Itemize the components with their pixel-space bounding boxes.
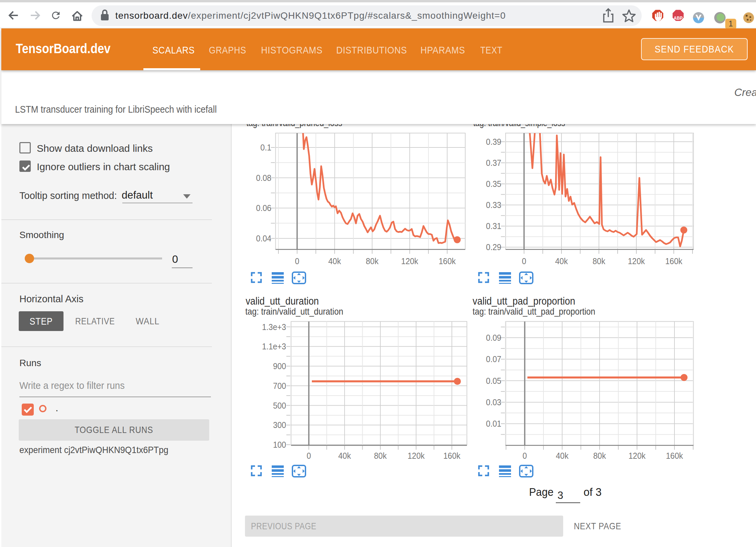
svg-text:0.03: 0.03 [486,398,501,407]
svg-text:80k: 80k [593,451,606,460]
svg-text:120k: 120k [628,256,645,266]
svg-text:0.01: 0.01 [486,419,501,428]
svg-text:0.07: 0.07 [486,354,501,364]
svg-text:0.31: 0.31 [486,221,501,231]
svg-text:120k: 120k [408,451,425,460]
svg-text:0: 0 [307,451,311,460]
svg-text:80k: 80k [593,256,605,266]
svg-text:160k: 160k [439,256,456,266]
svg-text:tag: train/valid_utt_duration: tag: train/valid_utt_duration [245,306,343,317]
svg-text:80k: 80k [366,256,379,266]
svg-text:0.05: 0.05 [486,376,501,386]
svg-text:0.37: 0.37 [486,158,501,168]
svg-text:0.1: 0.1 [260,143,271,152]
svg-text:900: 900 [273,361,286,371]
svg-text:100: 100 [273,440,286,449]
svg-text:valid_utt_pad_proportion: valid_utt_pad_proportion [473,295,575,307]
svg-text:0.08: 0.08 [256,173,271,183]
svg-text:700: 700 [273,381,286,391]
svg-text:1.1e+3: 1.1e+3 [262,342,286,351]
svg-text:tag: train/valid_utt_pad_propo: tag: train/valid_utt_pad_proportion [473,306,595,317]
svg-text:500: 500 [273,401,286,410]
svg-text:120k: 120k [401,256,418,266]
svg-text:0.09: 0.09 [486,333,501,342]
svg-text:40k: 40k [556,451,569,460]
svg-text:0.35: 0.35 [486,179,501,189]
svg-text:ABP: ABP [674,15,683,21]
svg-text:120k: 120k [629,451,646,460]
svg-text:160k: 160k [666,451,683,460]
svg-text:0.39: 0.39 [486,137,501,146]
svg-text:40k: 40k [328,256,341,266]
svg-text:0.33: 0.33 [486,200,501,210]
svg-text:80k: 80k [374,451,387,460]
svg-text:0: 0 [523,451,527,460]
svg-text:40k: 40k [338,451,351,460]
svg-text:0.06: 0.06 [256,203,271,213]
svg-text:0.04: 0.04 [256,234,271,243]
svg-text:1.3e+3: 1.3e+3 [262,322,286,332]
svg-text:160k: 160k [665,256,682,266]
svg-text:valid_utt_duration: valid_utt_duration [246,295,319,307]
svg-text:160k: 160k [444,451,461,460]
svg-text:0: 0 [295,256,299,266]
svg-text:1: 1 [729,19,733,28]
svg-text:40k: 40k [555,256,568,266]
svg-text:0.29: 0.29 [486,242,501,252]
svg-text:300: 300 [273,420,286,430]
svg-text:0: 0 [522,256,526,266]
